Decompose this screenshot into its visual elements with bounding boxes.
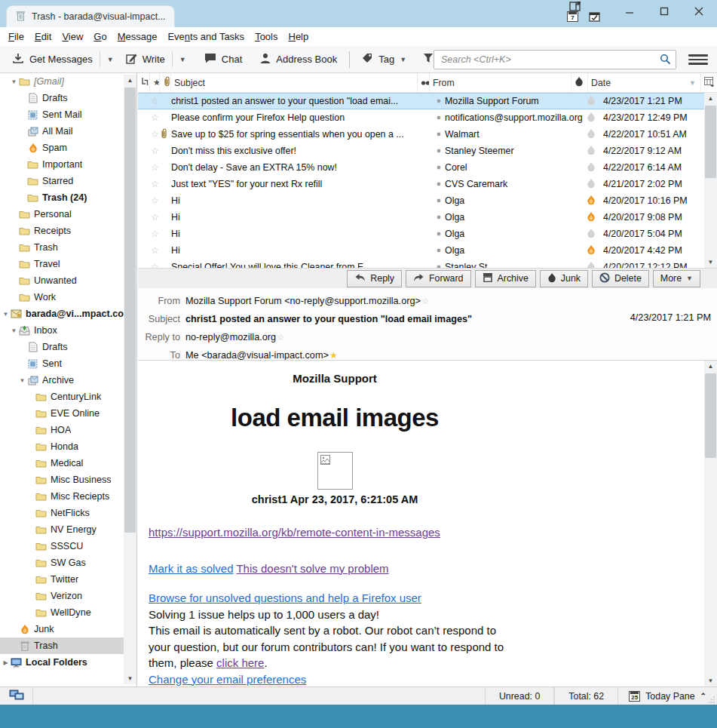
menu-item-view[interactable]: View (57, 29, 88, 45)
folder-item-archive[interactable]: ▼Archive (0, 372, 136, 389)
message-body-scrollbar[interactable]: ▲ ▼ (704, 361, 717, 687)
menu-item-edit[interactable]: Edit (29, 29, 57, 45)
folder-item-inbox[interactable]: ▼Inbox (0, 322, 136, 339)
star-icon[interactable]: ☆ (150, 146, 160, 156)
folder-item-sent-mail[interactable]: Sent Mail (0, 106, 136, 123)
write-button[interactable]: Write (120, 50, 171, 69)
folder-item-unwanted[interactable]: Unwanted (0, 272, 136, 289)
attachment-column-header[interactable] (160, 73, 171, 92)
star-icon[interactable]: ☆ (150, 96, 160, 106)
junk-status-icon[interactable] (587, 178, 603, 191)
folder-item-sw-gas[interactable]: SW Gas (0, 554, 136, 571)
folder-item-receipts[interactable]: Receipts (0, 223, 136, 239)
folder-item-medical[interactable]: Medical (0, 455, 136, 472)
delete-button[interactable]: Delete (592, 270, 649, 287)
collapse-arrow-icon[interactable]: ▼ (10, 327, 18, 334)
message-row[interactable]: ☆christ1 posted an answer to your questi… (138, 93, 717, 109)
subject-column-header[interactable]: Subject (171, 73, 418, 92)
address-book-button[interactable]: Address Book (254, 50, 343, 69)
folder-item-junk[interactable]: Junk (0, 621, 136, 637)
folder-item-misc-reciepts[interactable]: Misc Reciepts (0, 488, 136, 505)
star-icon[interactable]: ☆ (150, 262, 160, 268)
maximize-button[interactable] (651, 0, 677, 23)
star-replyto-icon[interactable]: ☆ (277, 332, 285, 342)
junk-status-icon[interactable] (587, 195, 603, 207)
message-row[interactable]: ☆HiOlga4/20/2017 10:16 PM (138, 192, 717, 209)
column-picker-icon[interactable] (701, 73, 717, 92)
folder-item-centurylink[interactable]: CenturyLink (0, 389, 136, 405)
junk-status-icon[interactable] (587, 161, 603, 174)
folder-pane-scrollbar[interactable]: ▲ ▼ (124, 75, 136, 684)
search-input[interactable] (434, 50, 676, 69)
menu-item-help[interactable]: Help (283, 29, 314, 45)
star-icon[interactable]: ☆ (150, 129, 160, 140)
tasks-tab-icon[interactable] (589, 11, 600, 22)
read-indicator-icon[interactable] (433, 198, 445, 203)
folder-item-local-folders[interactable]: ▶Local Folders (0, 654, 136, 671)
online-status-icon[interactable] (0, 687, 33, 705)
message-row[interactable]: ☆HiOlga4/20/2017 9:08 PM (138, 209, 717, 226)
junk-status-icon[interactable] (587, 95, 603, 108)
get-messages-button[interactable]: Get Messages (6, 50, 99, 69)
star-sender-icon[interactable]: ☆ (421, 296, 430, 306)
body-link[interactable]: This doesn't solve my problem (236, 562, 388, 575)
folder-item-trash[interactable]: Trash (0, 637, 136, 654)
read-indicator-icon[interactable] (433, 165, 445, 170)
folder-item-barada-vi-mpact-com[interactable]: ▼barada@vi...mpact.com (0, 306, 136, 322)
folder-item-ssscu[interactable]: SSSCU (0, 538, 136, 554)
junk-button[interactable]: Junk (540, 270, 588, 287)
expand-arrow-icon[interactable]: ▶ (2, 659, 10, 666)
read-indicator-icon[interactable] (433, 99, 445, 103)
folder-item-trash-24-[interactable]: Trash (24) (0, 189, 136, 206)
folder-item-starred[interactable]: Starred (0, 173, 136, 189)
collapse-arrow-icon[interactable]: ▼ (10, 78, 18, 85)
junk-column-header[interactable] (571, 73, 588, 92)
body-link[interactable]: Mark it as solved (149, 562, 234, 575)
junk-status-icon[interactable] (587, 112, 603, 124)
folder-item-hoa[interactable]: HOA (0, 422, 136, 438)
junk-status-icon[interactable] (587, 261, 603, 269)
read-indicator-icon[interactable] (433, 115, 445, 120)
folder-item-important[interactable]: Important (0, 156, 136, 173)
message-row[interactable]: ☆HiOlga4/20/2017 5:04 PM (138, 226, 717, 242)
collapse-arrow-icon[interactable]: ▼ (2, 311, 10, 318)
mail-tab[interactable]: Trash - barada@visual-impact... (6, 5, 175, 27)
message-row[interactable]: ☆Don't delay - Save an EXTRA 15% now!Cor… (138, 159, 717, 176)
menu-item-events-and-tasks[interactable]: Events and Tasks (162, 29, 250, 45)
app-menu-button[interactable] (688, 52, 708, 67)
read-indicator-icon[interactable] (433, 232, 445, 236)
read-indicator-icon[interactable] (433, 182, 445, 186)
star-icon[interactable]: ☆ (150, 162, 160, 173)
folder-item-sent[interactable]: Sent (0, 355, 136, 372)
close-button[interactable] (686, 0, 712, 23)
folder-item-welldyne[interactable]: WellDyne (0, 604, 136, 621)
folder-item--gmail-[interactable]: ▼[Gmail] (0, 73, 136, 90)
message-row[interactable]: ☆Don't miss this exclusive offer!Stanley… (138, 143, 717, 159)
junk-status-icon[interactable] (587, 128, 603, 141)
star-icon[interactable]: ☆ (150, 229, 160, 239)
folder-item-trash[interactable]: Trash (0, 239, 136, 256)
star-icon[interactable]: ☆ (150, 112, 160, 123)
message-row[interactable]: ☆Save up to $25 for spring essentials wh… (138, 126, 717, 143)
get-messages-dropdown[interactable]: ▼ (101, 53, 120, 66)
folder-item-verizon[interactable]: Verizon (0, 588, 136, 604)
folder-item-work[interactable]: Work (0, 289, 136, 306)
message-row[interactable]: ☆Just text "YES" for your next Rx refill… (138, 176, 717, 192)
junk-status-icon[interactable] (587, 145, 603, 158)
folder-item-honda[interactable]: Honda (0, 438, 136, 455)
resize-grip[interactable] (708, 696, 715, 703)
read-column-header[interactable] (418, 73, 430, 92)
message-row[interactable]: ☆HiOlga4/20/2017 4:42 PM (138, 242, 717, 259)
star-icon[interactable]: ☆ (150, 179, 160, 189)
body-link[interactable]: Browse for unsolved questions and help a… (149, 591, 421, 604)
archive-button[interactable]: Archive (475, 270, 536, 287)
read-indicator-icon[interactable] (433, 149, 445, 153)
junk-status-icon[interactable] (587, 244, 603, 257)
star-icon[interactable]: ☆ (150, 212, 160, 223)
write-dropdown[interactable]: ▼ (173, 53, 192, 66)
from-column-header[interactable]: From (430, 73, 571, 92)
read-indicator-icon[interactable] (433, 132, 445, 137)
collapse-arrow-icon[interactable]: ▼ (18, 377, 26, 384)
folder-item-misc-business[interactable]: Misc Business (0, 472, 136, 488)
menu-item-tools[interactable]: Tools (250, 29, 283, 45)
